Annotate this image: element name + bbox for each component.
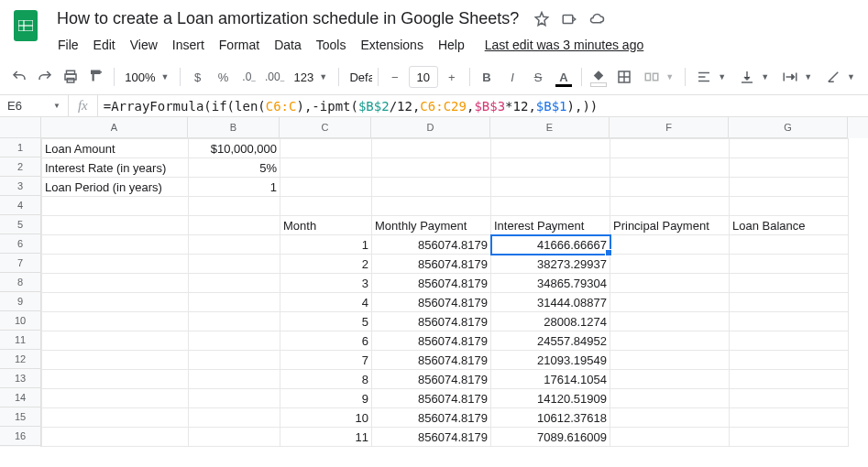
cell-C9[interactable]: 4 [280,293,372,312]
cell-D12[interactable]: 856074.8179 [372,351,491,370]
cell-C16[interactable]: 11 [280,428,372,447]
increase-decimal-button[interactable]: .00_ [263,65,287,89]
cell-C13[interactable]: 8 [280,370,372,389]
cell-A4[interactable] [42,197,189,216]
row-headers[interactable]: 1234567891011121314151617 [0,138,41,447]
cell-E7[interactable]: 38273.29937 [491,255,610,274]
cell-F9[interactable] [610,293,730,312]
cell-G15[interactable] [730,408,849,428]
row-header-6[interactable]: 6 [0,234,41,254]
menu-format[interactable]: Format [213,34,266,56]
cell-A5[interactable] [42,216,189,235]
cell-B2[interactable]: 5% [189,158,280,178]
row-header-11[interactable]: 11 [0,331,41,350]
cell-D3[interactable] [372,178,491,197]
row-header-2[interactable]: 2 [0,157,41,177]
name-box[interactable]: E6 [0,99,53,113]
font-select[interactable]: Default (Ari...▼ [344,66,371,88]
row-header-8[interactable]: 8 [0,273,41,292]
cell-B6[interactable] [189,235,280,255]
valign-button[interactable]: ▼ [733,66,775,88]
cell-D14[interactable]: 856074.8179 [372,389,491,408]
cell-F15[interactable] [610,408,730,428]
rotate-button[interactable]: ▼ [819,66,861,88]
cell-D15[interactable]: 856074.8179 [372,408,491,428]
document-title[interactable]: How to create a Loan amortization schedu… [51,7,524,30]
cell-E13[interactable]: 17614.1054 [491,370,610,389]
cell-B13[interactable] [189,370,280,389]
cell-A12[interactable] [42,351,189,370]
cell-D5[interactable]: Monthly Payment [372,216,491,235]
menu-extensions[interactable]: Extensions [354,34,429,56]
cell-A7[interactable] [42,255,189,274]
cell-F16[interactable] [610,428,730,447]
row-header-17[interactable]: 17 [0,446,41,447]
cell-D10[interactable]: 856074.8179 [372,312,491,331]
undo-button[interactable] [7,65,31,89]
cell-C14[interactable]: 9 [280,389,372,408]
row-header-3[interactable]: 3 [0,177,41,196]
column-headers[interactable]: ABCDEFG [41,117,868,138]
cell-D6[interactable]: 856074.8179 [372,235,491,255]
select-all-corner[interactable] [0,117,41,138]
row-header-5[interactable]: 5 [0,215,41,234]
cell-G1[interactable] [730,139,849,158]
cell-E4[interactable] [491,197,610,216]
cell-D13[interactable]: 856074.8179 [372,370,491,389]
cell-A1[interactable]: Loan Amount [42,139,189,158]
cell-E17[interactable]: 3552.177668 [491,447,610,448]
row-header-16[interactable]: 16 [0,427,41,446]
fill-color-button[interactable] [587,65,610,89]
col-header-D[interactable]: D [371,117,490,138]
wrap-button[interactable]: ▼ [776,66,818,88]
cell-G5[interactable]: Loan Balance [730,216,849,235]
cell-A11[interactable] [42,331,189,351]
cell-F4[interactable] [610,197,730,216]
menu-insert[interactable]: Insert [166,34,211,56]
cell-A10[interactable] [42,312,189,331]
cell-D8[interactable]: 856074.8179 [372,274,491,293]
menu-file[interactable]: File [51,34,85,56]
cell-B4[interactable] [189,197,280,216]
cell-A13[interactable] [42,370,189,389]
cell-E9[interactable]: 31444.08877 [491,293,610,312]
cell-B10[interactable] [189,312,280,331]
percent-button[interactable]: % [212,65,236,89]
cell-C5[interactable]: Month [280,216,372,235]
font-size-increase[interactable]: + [440,65,464,89]
cell-A3[interactable]: Loan Period (in years) [42,178,189,197]
cell-A15[interactable] [42,408,189,428]
cell-F8[interactable] [610,274,730,293]
cell-E1[interactable] [491,139,610,158]
cell-D11[interactable]: 856074.8179 [372,331,491,351]
cell-F12[interactable] [610,351,730,370]
cell-C11[interactable]: 6 [280,331,372,351]
cell-G14[interactable] [730,389,849,408]
cell-E6[interactable]: 41666.66667 [491,235,610,255]
cell-F2[interactable] [610,158,730,178]
cell-G16[interactable] [730,428,849,447]
bold-button[interactable]: B [475,65,499,89]
cell-D16[interactable]: 856074.8179 [372,428,491,447]
cell-F10[interactable] [610,312,730,331]
cell-E15[interactable]: 10612.37618 [491,408,610,428]
redo-button[interactable] [33,65,57,89]
cell-F6[interactable] [610,235,730,255]
cell-A6[interactable] [42,235,189,255]
cell-B11[interactable] [189,331,280,351]
cell-E10[interactable]: 28008.1274 [491,312,610,331]
cell-F7[interactable] [610,255,730,274]
cell-B12[interactable] [189,351,280,370]
cell-C1[interactable] [280,139,372,158]
cell-A2[interactable]: Interest Rate (in years) [42,158,189,178]
star-icon[interactable] [533,11,550,27]
strikethrough-button[interactable]: S [526,65,550,89]
cell-C8[interactable]: 3 [280,274,372,293]
currency-button[interactable]: $ [186,65,210,89]
cell-E16[interactable]: 7089.616009 [491,428,610,447]
cell-C3[interactable] [280,178,372,197]
text-color-button[interactable]: A [552,65,576,89]
more-formats-button[interactable]: 123▼ [289,66,334,88]
cell-B5[interactable] [189,216,280,235]
cloud-icon[interactable] [588,11,605,27]
